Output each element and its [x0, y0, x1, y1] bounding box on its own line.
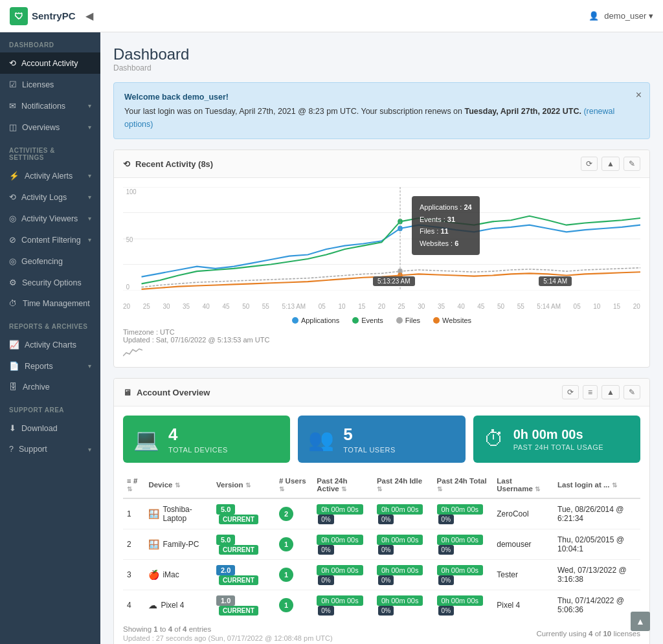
alert-message: Your last login was on Tuesday, April 27… — [124, 105, 639, 131]
support-icon: ? — [9, 445, 14, 454]
sidebar: DASHBOARD ⟲Account Activity ☑Licenses ✉N… — [0, 32, 100, 644]
sidebar-label-time-management: Time Management — [23, 299, 90, 308]
sidebar-label-activity-logs: Activity Logs — [21, 193, 67, 202]
col-num[interactable]: ≡ # ⇅ — [123, 472, 144, 498]
chevron-icon: ▾ — [88, 215, 91, 222]
chart-tooltip: Applications : 24 Events : 31 Files : 11… — [412, 196, 480, 255]
user-icon: 👤 — [589, 11, 599, 21]
sidebar-toggle-button[interactable]: ◀ — [82, 6, 96, 25]
sidebar-item-content-filtering[interactable]: ⊘Content Filtering ▾ — [0, 229, 100, 250]
sidebar-section-support: SUPPORT AREA — [0, 397, 100, 417]
account-overview-actions: ⟳ ≡ ▲ ✎ — [562, 385, 640, 399]
sidebar-label-security-options: Security Options — [22, 278, 82, 287]
sidebar-item-archive[interactable]: 🗄Archive — [0, 377, 100, 397]
row4-device: ☁ Pixel 4 — [144, 590, 212, 621]
col-device[interactable]: Device ⇅ — [144, 472, 212, 498]
row2-last-user: demouser — [493, 529, 554, 560]
edit-button[interactable]: ✎ — [624, 157, 640, 171]
licenses-icon: ☑ — [9, 80, 17, 89]
alert-message-bold: Tuesday, April 27th, 2022 UTC. — [465, 107, 581, 116]
sidebar-item-activity-viewers[interactable]: ◎Activity Viewers ▾ — [0, 208, 100, 229]
col-users[interactable]: # Users ⇅ — [275, 472, 313, 498]
table-row: 2 🪟 Family-PC 5.0CURRENT 1 0h 00m 00s 0%… — [123, 529, 640, 560]
sidebar-item-licenses[interactable]: ☑Licenses — [0, 74, 100, 95]
scroll-to-top-button[interactable]: ▲ — [631, 612, 650, 631]
chevron-icon: ▾ — [88, 172, 91, 179]
overviews-icon: ◫ — [9, 122, 17, 132]
overview-edit-button[interactable]: ✎ — [624, 385, 640, 399]
sidebar-item-activity-reports[interactable]: 📄Reports ▾ — [0, 355, 100, 377]
legend-label-websites: Websites — [442, 316, 471, 324]
row1-version: 5.0CURRENT — [212, 498, 275, 529]
row4-last-login: Thu, 07/14/2022 @ 5:06:36 — [554, 590, 640, 621]
sidebar-label-notifications: Notifications — [21, 102, 65, 111]
sidebar-item-security-options[interactable]: ⚙Security Options — [0, 272, 100, 293]
android-icon: ☁ — [148, 600, 157, 610]
stat-users-info: 5 TOTAL USERS — [343, 425, 395, 454]
tooltip-websites: Websites : 6 — [420, 238, 472, 250]
sidebar-item-activity-charts[interactable]: 📈Activity Charts — [0, 334, 100, 355]
legend-dot-websites — [433, 317, 440, 324]
sidebar-item-overviews[interactable]: ◫Overviews ▾ — [0, 117, 100, 138]
row4-active: 0h 00m 00s 0% — [313, 590, 373, 621]
alert-banner: Welcome back demo_user! Your last login … — [113, 82, 650, 139]
chart-footer: Timezone : UTC Updated : Sat, 07/16/2022… — [114, 324, 649, 367]
sidebar-item-activity-alerts[interactable]: ⚡Activity Alerts ▾ — [0, 165, 100, 186]
chart-time-label: 5:13:23 AM — [373, 276, 415, 286]
sidebar-item-account-activity[interactable]: ⟲Account Activity — [0, 52, 100, 74]
row1-users: 2 — [275, 498, 313, 529]
overview-refresh-button[interactable]: ⟳ — [562, 385, 579, 399]
timer-icon: ⏱ — [484, 427, 504, 451]
sidebar-label-activity-viewers: Activity Viewers — [21, 214, 78, 223]
tooltip-files: Files : 11 — [420, 225, 472, 238]
svg-text:0: 0 — [126, 283, 130, 291]
sidebar-item-time-management[interactable]: ⏱Time Management — [0, 293, 100, 314]
collapse-button[interactable]: ▲ — [601, 157, 620, 171]
stat-users-label: TOTAL USERS — [343, 446, 395, 454]
monitor-icon: 🖥 — [123, 388, 131, 397]
sidebar-label-archive: Archive — [23, 383, 50, 392]
overview-collapse-button[interactable]: ▲ — [601, 385, 620, 399]
user-label: demo_user ▾ — [604, 11, 653, 21]
recent-activity-icon: ⟲ — [123, 159, 130, 169]
sidebar-item-support[interactable]: ?Support ▾ — [0, 439, 100, 460]
col-active[interactable]: Past 24h Active ⇅ — [313, 472, 373, 498]
legend-applications: Applications — [292, 316, 339, 324]
top-nav: 🛡 SentryPC ◀ 👤 demo_user ▾ — [0, 0, 663, 32]
col-last-user[interactable]: Last Username ⇅ — [493, 472, 554, 498]
overview-list-button[interactable]: ≡ — [583, 385, 598, 399]
archive-icon: 🗄 — [9, 383, 17, 392]
refresh-button[interactable]: ⟳ — [581, 157, 598, 171]
sidebar-item-geofencing[interactable]: ◎Geofencing — [0, 250, 100, 272]
sidebar-section-reports: REPORTS & ARCHIVES — [0, 314, 100, 334]
chart-area: 100 50 0 — [114, 178, 649, 302]
col-idle[interactable]: Past 24h Idle ⇅ — [373, 472, 433, 498]
alert-title: Welcome back demo_user! — [124, 91, 639, 104]
col-version[interactable]: Version ⇅ — [212, 472, 275, 498]
stat-usage-value: 0h 00m 00s — [513, 427, 603, 442]
recent-activity-actions: ⟳ ▲ ✎ — [581, 157, 640, 171]
sidebar-item-download[interactable]: ⬇Download — [0, 417, 100, 439]
user-menu[interactable]: 👤 demo_user ▾ — [589, 11, 653, 21]
sidebar-label-activity-charts: Activity Charts — [25, 340, 76, 350]
table-body: 1 🪟 Toshiba-Laptop 5.0CURRENT 2 0h 00m 0… — [123, 498, 640, 620]
windows-icon: 🪟 — [148, 509, 159, 519]
activity-logs-icon: ⟲ — [9, 192, 16, 202]
col-last-login[interactable]: Last login at ... ⇅ — [554, 472, 640, 498]
table-footer: Showing 1 to 4 of 4 entries Updated : 27… — [123, 620, 640, 644]
chevron-icon: ▾ — [88, 194, 91, 201]
row1-idle: 0h 00m 00s 0% — [373, 498, 433, 529]
sidebar-item-notifications[interactable]: ✉Notifications ▾ — [0, 95, 100, 117]
legend-label-applications: Applications — [301, 316, 339, 324]
alert-close-button[interactable]: × — [636, 89, 642, 101]
account-overview-panel: 🖥 Account Overview ⟳ ≡ ▲ ✎ 💻 4 TOTAL DEV… — [113, 378, 650, 644]
col-total[interactable]: Past 24h Total ⇅ — [433, 472, 493, 498]
alert-message-prefix: Your last login was on Tuesday, April 27… — [124, 107, 465, 116]
legend-events: Events — [352, 316, 383, 324]
sidebar-item-activity-logs[interactable]: ⟲Activity Logs ▾ — [0, 186, 100, 208]
legend-label-events: Events — [361, 316, 383, 324]
tooltip-applications: Applications : 24 — [420, 201, 472, 214]
logo-icon: 🛡 — [10, 7, 28, 25]
sidebar-label-activity-reports: Reports — [25, 362, 53, 371]
notifications-icon: ✉ — [9, 101, 16, 111]
